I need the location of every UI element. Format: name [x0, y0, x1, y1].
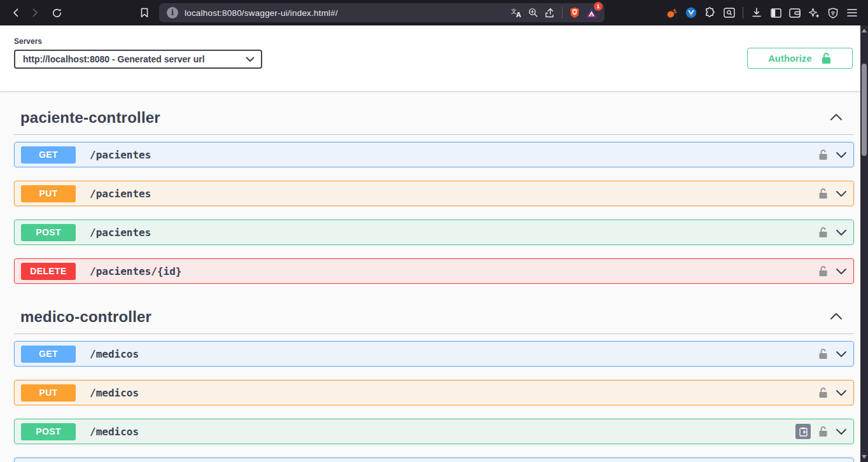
authorize-label: Authorize: [768, 53, 812, 64]
operation-row[interactable]: DELETE /pacientes/{id}: [14, 258, 854, 284]
api-sections: paciente-controller GET /pacientes PUT /…: [0, 91, 868, 462]
operation-row-partial[interactable]: GET: [14, 458, 854, 462]
sidebar-toggle-icon[interactable]: [766, 3, 785, 22]
extensions-puzzle-icon[interactable]: [701, 3, 720, 22]
chevron-down-icon: [836, 389, 847, 396]
operation-row[interactable]: GET /pacientes: [14, 142, 854, 167]
scrollbar-thumb[interactable]: [862, 64, 867, 156]
url-bar[interactable]: i localhost:8080/swagger-ui/index.html#/…: [159, 3, 605, 22]
translate-icon[interactable]: 文 A: [508, 4, 525, 21]
chevron-down-icon: [836, 229, 847, 236]
operation-path: /pacientes: [90, 149, 818, 161]
method-badge[interactable]: PUT: [21, 185, 76, 202]
browser-toolbar: i localhost:8080/swagger-ui/index.html#/…: [0, 0, 868, 25]
chevron-down-icon: [836, 151, 847, 158]
url-text[interactable]: localhost:8080/swagger-ui/index.html#/: [185, 8, 508, 18]
expand-operation-button[interactable]: [836, 151, 847, 158]
operation-path: /pacientes: [90, 188, 818, 200]
section-title: paciente-controller: [20, 109, 160, 127]
brave-rewards-icon[interactable]: 1: [583, 4, 599, 21]
operation-path: /medicos: [90, 426, 795, 438]
operation-row[interactable]: PUT /pacientes: [14, 181, 854, 206]
leo-ai-sparkles-icon[interactable]: [804, 3, 823, 22]
collapse-section-button[interactable]: [825, 310, 848, 325]
section-header-paciente-controller[interactable]: paciente-controller: [14, 91, 854, 135]
bookmark-icon[interactable]: [135, 3, 154, 22]
lock-icon[interactable]: [818, 149, 828, 160]
lock-icon[interactable]: [818, 348, 828, 360]
operation-path: /medicos: [90, 348, 818, 360]
search-sidebar-icon[interactable]: [720, 3, 739, 22]
zoom-in-icon[interactable]: [525, 4, 542, 21]
chevron-down-icon: [836, 428, 847, 435]
lock-icon[interactable]: [818, 227, 828, 238]
expand-operation-button[interactable]: [836, 268, 847, 275]
method-badge[interactable]: GET: [21, 346, 76, 363]
share-icon[interactable]: [542, 4, 558, 21]
chevron-up-icon: [830, 113, 843, 121]
server-select-value: http://localhost:8080 - Generated server…: [23, 54, 246, 64]
operation-path: /pacientes: [90, 227, 818, 239]
method-badge[interactable]: DELETE: [21, 263, 76, 280]
rewards-badge: 1: [594, 2, 603, 11]
scheme-container: Servers http://localhost:8080 - Generate…: [0, 25, 868, 91]
wallet-icon[interactable]: [785, 3, 804, 22]
expand-operation-button[interactable]: [836, 190, 847, 197]
scrollbar-down-arrow[interactable]: [862, 455, 867, 459]
chevron-down-icon: [836, 351, 847, 358]
lock-icon[interactable]: [818, 426, 828, 437]
method-badge[interactable]: POST: [21, 423, 76, 440]
chevron-down-icon: [836, 190, 847, 197]
expand-operation-button[interactable]: [836, 428, 847, 435]
servers-label: Servers: [14, 37, 854, 46]
section-title: medico-controller: [20, 308, 151, 326]
expand-operation-button[interactable]: [836, 389, 847, 396]
chevron-up-icon: [830, 312, 843, 320]
operation-row[interactable]: POST /pacientes: [14, 220, 854, 245]
method-badge[interactable]: GET: [21, 146, 76, 164]
method-badge[interactable]: PUT: [21, 384, 76, 402]
expand-operation-button[interactable]: [836, 351, 847, 358]
lock-icon[interactable]: [818, 387, 828, 398]
lock-icon[interactable]: [818, 265, 828, 277]
operation-path: /medicos: [90, 387, 818, 399]
extension-blue-icon[interactable]: [682, 3, 701, 22]
clipboard-icon: [799, 427, 808, 437]
method-badge[interactable]: POST: [21, 224, 76, 241]
chevron-down-icon: [246, 57, 255, 62]
scrollbar-up-arrow[interactable]: [862, 29, 867, 32]
brave-shield-icon[interactable]: [566, 4, 583, 21]
operation-row[interactable]: PUT /medicos: [14, 380, 854, 405]
copy-to-clipboard-button[interactable]: [795, 424, 811, 439]
chevron-down-icon: [836, 268, 847, 275]
reload-button[interactable]: [47, 3, 66, 22]
page-scrollbar[interactable]: [860, 25, 868, 462]
downloads-icon[interactable]: [747, 3, 766, 22]
collapse-section-button[interactable]: [825, 111, 848, 125]
expand-operation-button[interactable]: [836, 229, 847, 236]
extension-orange-icon[interactable]: [662, 3, 682, 22]
site-info-icon[interactable]: i: [167, 7, 178, 18]
operation-row[interactable]: POST /medicos: [14, 419, 854, 444]
authorize-button[interactable]: Authorize: [747, 48, 853, 69]
unlock-icon: [821, 52, 832, 64]
section-header-medico-controller[interactable]: medico-controller: [14, 290, 854, 334]
svg-text:A: A: [516, 11, 521, 18]
vpn-shield-icon[interactable]: [823, 3, 843, 22]
operation-row[interactable]: GET /medicos: [14, 341, 854, 367]
menu-icon[interactable]: [843, 3, 862, 22]
operation-path: /pacientes/{id}: [90, 265, 818, 277]
back-button[interactable]: [6, 3, 25, 22]
forward-button[interactable]: [25, 3, 45, 22]
server-select[interactable]: http://localhost:8080 - Generated server…: [14, 50, 262, 69]
lock-icon[interactable]: [818, 188, 828, 199]
